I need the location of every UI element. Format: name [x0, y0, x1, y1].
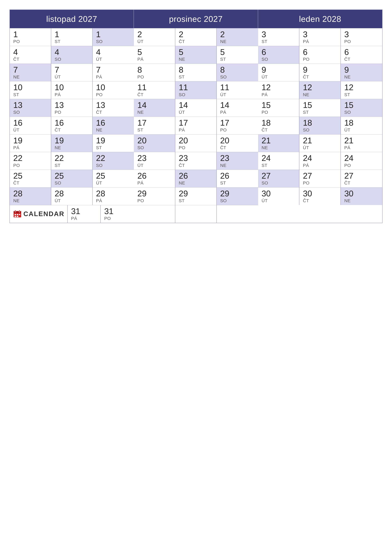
- day-number: 21: [262, 136, 296, 145]
- day-cell: 9NE: [341, 64, 382, 81]
- day-number: 28: [96, 189, 131, 198]
- day-name: ÚT: [55, 74, 89, 80]
- day-number: 12: [344, 83, 379, 92]
- day-number: 26: [179, 171, 214, 180]
- day-number: 19: [55, 136, 89, 145]
- day-name: PO: [344, 163, 379, 168]
- day-row-18: 18ČT18SO18ÚT: [258, 117, 382, 134]
- day-name: PÁ: [179, 127, 214, 133]
- day-cell: 3PÁ: [299, 28, 341, 46]
- day-number: 5: [179, 48, 214, 57]
- day-number: 12: [303, 83, 338, 92]
- day-name: NE: [344, 198, 379, 204]
- month-header-listopad: listopad 2027: [10, 10, 134, 28]
- day-cell: 20PO: [175, 134, 217, 152]
- day-cell: 29ST: [175, 188, 217, 205]
- day-number: 5: [137, 48, 172, 57]
- day-number: 8: [137, 65, 172, 74]
- day-number: 31: [71, 207, 98, 216]
- day-cell: 4SO: [51, 46, 93, 64]
- day-number: 27: [344, 171, 379, 180]
- day-cell: 10ST: [10, 81, 51, 99]
- day-name: ČT: [137, 92, 172, 97]
- day-cell: 16NE: [93, 117, 134, 134]
- day-row-31: CALENDAR31PÁ31PO: [10, 205, 134, 223]
- day-number: 16: [55, 118, 89, 127]
- day-number: 26: [137, 171, 172, 180]
- day-number: 4: [96, 48, 131, 57]
- day-number: 29: [137, 189, 172, 198]
- day-name: NE: [13, 74, 48, 80]
- day-number: 16: [13, 118, 48, 127]
- day-cell: 22PO: [10, 152, 51, 170]
- day-name: ÚT: [344, 127, 379, 133]
- day-cell: 12NE: [299, 81, 341, 99]
- day-row-15: 15PO15ST15SO: [258, 99, 382, 117]
- day-number: 7: [13, 65, 48, 74]
- day-cell: 19NE: [51, 134, 93, 152]
- day-name: PÁ: [55, 92, 89, 97]
- day-name: ČT: [13, 57, 48, 62]
- day-row-26: 26PÁ26NE26ST: [134, 170, 258, 187]
- day-row-19: 19PÁ19NE19ST: [10, 134, 134, 152]
- day-cell: 10PO: [93, 81, 134, 99]
- day-cell: 20ČT: [217, 134, 258, 152]
- day-number: 2: [179, 30, 214, 39]
- day-name: ST: [179, 198, 214, 204]
- day-cell: 12ST: [341, 81, 382, 99]
- day-row-7: 7NE7ÚT7PÁ: [10, 64, 134, 81]
- day-number: 29: [220, 189, 255, 198]
- day-cell: 17ST: [134, 117, 175, 134]
- day-name: PÁ: [137, 180, 172, 186]
- day-number: 18: [262, 118, 296, 127]
- day-cell: 9ČT: [299, 64, 341, 81]
- day-cell: 8ST: [175, 64, 217, 81]
- day-cell: 1ST: [51, 28, 93, 46]
- day-number: 14: [137, 101, 172, 110]
- day-number: 25: [13, 171, 48, 180]
- day-cell: 18SO: [299, 117, 341, 134]
- day-name: PO: [303, 180, 338, 186]
- day-name: SO: [137, 145, 172, 150]
- day-cell: 25ČT: [10, 170, 51, 187]
- day-cell: 31PO: [101, 205, 134, 223]
- day-row-13: 13SO13PO13ČT: [10, 99, 134, 117]
- day-name: ČT: [344, 180, 379, 186]
- month-header-prosinec: prosinec 2027: [134, 10, 258, 28]
- day-number: 13: [55, 101, 89, 110]
- day-name: ÚT: [13, 127, 48, 133]
- day-row-27: 27SO27PO27ČT: [258, 170, 382, 187]
- day-name: PÁ: [220, 110, 255, 115]
- logo-area: CALENDAR: [13, 210, 64, 218]
- day-cell: 24PÁ: [299, 152, 341, 170]
- svg-rect-2: [15, 210, 16, 212]
- day-cell: 18ČT: [258, 117, 299, 134]
- day-name: NE: [344, 74, 379, 80]
- day-cell: 30ČT: [299, 188, 341, 205]
- day-cell: 27PO: [299, 170, 341, 187]
- day-name: ST: [262, 39, 296, 44]
- day-name: ČT: [220, 145, 255, 150]
- day-number: 22: [55, 154, 89, 163]
- day-name: ČT: [13, 180, 48, 186]
- day-cell: 23ÚT: [134, 152, 175, 170]
- day-cell: 24PO: [341, 152, 382, 170]
- day-number: 8: [179, 65, 214, 74]
- logo-cell: CALENDAR: [10, 205, 68, 223]
- month-header-leden: leden 2028: [258, 10, 382, 28]
- day-cell: 22SO: [93, 152, 134, 170]
- day-name: ST: [13, 92, 48, 97]
- day-row-8: 8PO8ST8SO: [134, 64, 258, 81]
- day-row-10: 10ST10PÁ10PO: [10, 81, 134, 99]
- day-number: 23: [179, 154, 214, 163]
- day-name: ÚT: [303, 145, 338, 150]
- day-name: ST: [220, 180, 255, 186]
- day-number: 9: [262, 65, 296, 74]
- day-name: PO: [55, 110, 89, 115]
- day-name: NE: [303, 92, 338, 97]
- day-name: ST: [262, 163, 296, 168]
- day-row-16: 16ÚT16ČT16NE: [10, 117, 134, 134]
- day-cell: 5ST: [217, 46, 258, 64]
- day-number: 24: [344, 154, 379, 163]
- day-number: 3: [344, 30, 379, 39]
